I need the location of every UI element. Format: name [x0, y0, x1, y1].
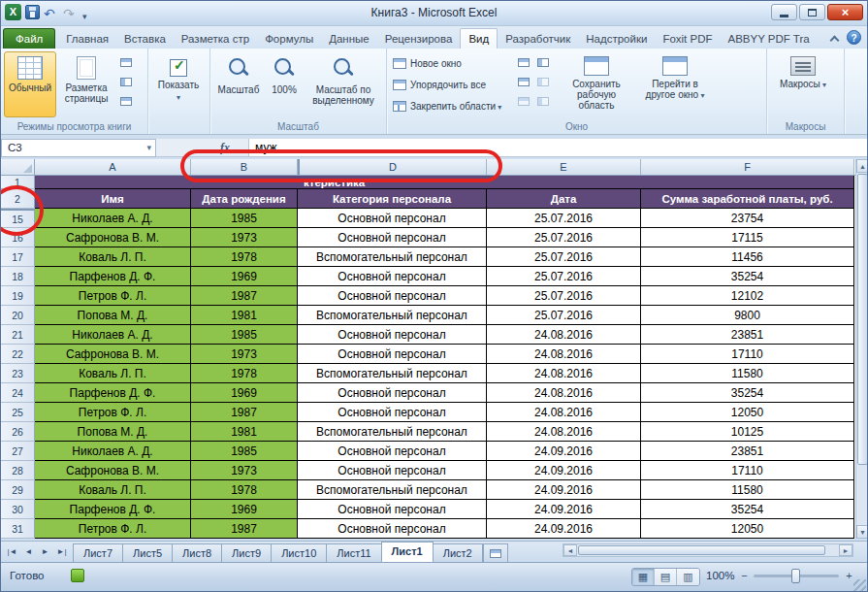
cell-B19[interactable]: 1987 — [191, 286, 298, 306]
hide-window-button[interactable] — [514, 73, 533, 91]
redo-icon[interactable] — [63, 5, 79, 20]
cell-B20[interactable]: 1981 — [191, 306, 298, 325]
cell-B26[interactable]: 1981 — [191, 422, 298, 442]
cell-E15[interactable]: 25.07.2016 — [487, 209, 641, 228]
horizontal-scroll-thumb[interactable] — [578, 545, 825, 555]
row-header-25[interactable]: 25 — [1, 403, 35, 422]
cell-A23[interactable]: Коваль Л. П. — [35, 364, 191, 383]
cell-A19[interactable]: Петров Ф. Л. — [35, 286, 191, 306]
cell-A15[interactable]: Николаев А. Д. — [35, 209, 191, 228]
freeze-panes-button[interactable]: Закрепить области — [390, 96, 514, 116]
cell-E21[interactable]: 24.08.2016 — [487, 325, 641, 345]
cell-D24[interactable]: Основной персонал — [298, 383, 487, 403]
cell-B21[interactable]: 1985 — [191, 325, 298, 345]
cell-D26[interactable]: Вспомогательный персонал — [298, 422, 487, 442]
header-cell-E[interactable]: Дата — [487, 189, 641, 209]
cell-B15[interactable]: 1985 — [191, 209, 298, 228]
cell-B23[interactable]: 1978 — [191, 364, 298, 383]
cell-D25[interactable]: Основной персонал — [298, 403, 487, 422]
scroll-right-icon[interactable] — [839, 544, 852, 556]
page-break-shortcut-button[interactable] — [677, 569, 699, 585]
cell-A22[interactable]: Сафронова В. М. — [35, 345, 191, 364]
cell-D20[interactable]: Вспомогательный персонал — [298, 306, 487, 325]
row-header-28[interactable]: 28 — [1, 461, 35, 480]
minimize-ribbon-icon[interactable] — [827, 31, 841, 45]
vertical-scroll-thumb[interactable] — [857, 174, 868, 465]
cell-E25[interactable]: 24.08.2016 — [487, 403, 641, 422]
cell-D19[interactable]: Основной персонал — [298, 286, 487, 306]
cell-D23[interactable]: Вспомогательный персонал — [298, 364, 487, 383]
unhide-window-button[interactable] — [514, 92, 533, 111]
split-button[interactable] — [514, 53, 533, 72]
cell-A17[interactable]: Коваль Л. П. — [35, 247, 191, 267]
page-break-preview-button[interactable] — [116, 53, 136, 72]
cell-F16[interactable]: 17115 — [641, 228, 854, 247]
row-header-31[interactable]: 31 — [1, 519, 35, 539]
cell-A25[interactable]: Петров Ф. Л. — [35, 403, 191, 422]
help-icon[interactable] — [847, 30, 861, 45]
cell-A27[interactable]: Николаев А. Д. — [35, 442, 191, 461]
cell-E18[interactable]: 25.07.2016 — [487, 267, 641, 286]
column-header-A[interactable]: A — [35, 159, 191, 175]
switch-windows-button[interactable]: Перейти в другое окно — [634, 51, 716, 117]
cell-E24[interactable]: 24.08.2016 — [487, 383, 641, 403]
previous-sheet-icon[interactable] — [21, 544, 36, 559]
cell-A24[interactable]: Парфенов Д. Ф. — [35, 383, 191, 403]
cell-F26[interactable]: 10125 — [641, 422, 854, 442]
cell-F22[interactable]: 17110 — [641, 345, 854, 364]
cell-E26[interactable]: 24.08.2016 — [487, 422, 641, 442]
ribbon-tab-Файл[interactable]: Файл — [3, 28, 55, 49]
cell-F29[interactable]: 11580 — [641, 480, 854, 500]
cell-D28[interactable]: Основной персонал — [298, 461, 487, 480]
cell-A16[interactable]: Сафронова В. М. — [35, 228, 191, 247]
cell-F25[interactable]: 12050 — [641, 403, 854, 422]
close-button[interactable] — [827, 4, 863, 20]
cell-E17[interactable]: 25.07.2016 — [487, 247, 641, 267]
cell-B17[interactable]: 1978 — [191, 247, 298, 267]
last-sheet-icon[interactable] — [54, 544, 69, 559]
scroll-down-icon[interactable] — [856, 525, 868, 539]
customize-qat-dropdown-icon[interactable] — [82, 6, 92, 19]
column-header-E[interactable]: E — [487, 159, 641, 175]
cell-F21[interactable]: 23851 — [641, 325, 854, 345]
header-cell-A[interactable]: Имя — [35, 189, 191, 209]
cell-A28[interactable]: Сафронова В. М. — [35, 461, 191, 480]
cell-B30[interactable]: 1969 — [191, 500, 298, 519]
cell-F19[interactable]: 12102 — [641, 286, 854, 306]
cell-F24[interactable]: 35254 — [641, 383, 854, 403]
zoom-out-button[interactable] — [738, 570, 751, 582]
cell-F17[interactable]: 11456 — [641, 247, 854, 267]
cell-E27[interactable]: 24.09.2016 — [487, 442, 641, 461]
cell-B22[interactable]: 1973 — [191, 345, 298, 364]
cell-D29[interactable]: Вспомогательный персонал — [298, 480, 487, 500]
cell-D22[interactable]: Основной персонал — [298, 345, 487, 364]
sheet-tab-Лист2[interactable]: Лист2 — [433, 543, 483, 562]
cell-F28[interactable]: 17110 — [641, 461, 854, 480]
row-header-21[interactable]: 21 — [1, 325, 35, 345]
row-header-24[interactable]: 24 — [1, 383, 35, 403]
cell-F20[interactable]: 9800 — [641, 306, 854, 325]
ribbon-tab-Надстройки[interactable]: Надстройки — [578, 29, 655, 49]
insert-worksheet-button[interactable] — [483, 543, 508, 562]
ribbon-tab-Главная[interactable]: Главная — [58, 29, 116, 49]
cell-A26[interactable]: Попова М. Д. — [35, 422, 191, 442]
cell-D30[interactable]: Основной персонал — [298, 500, 487, 519]
cell-F27[interactable]: 23851 — [641, 442, 854, 461]
cell-B16[interactable]: 1973 — [191, 228, 298, 247]
synchronous-scrolling-button[interactable] — [533, 73, 553, 91]
ribbon-tab-Данные[interactable]: Данные — [321, 29, 377, 49]
sheet-tab-Лист7[interactable]: Лист7 — [73, 543, 123, 562]
resize-grip[interactable] — [853, 579, 866, 592]
ribbon-tab-Разметка стр[interactable]: Разметка стр — [174, 29, 257, 49]
cell-A29[interactable]: Коваль Л. П. — [35, 480, 191, 500]
cell-E29[interactable]: 24.09.2016 — [487, 480, 641, 500]
cell-B29[interactable]: 1978 — [191, 480, 298, 500]
scroll-left-icon[interactable] — [563, 544, 577, 556]
save-workspace-button[interactable]: Сохранить рабочую область — [559, 51, 634, 117]
page-layout-button[interactable]: Разметка страницы — [56, 51, 116, 117]
first-sheet-icon[interactable] — [5, 544, 19, 559]
normal-view-shortcut-button[interactable] — [632, 569, 655, 585]
ribbon-tab-Foxit PDF[interactable]: Foxit PDF — [655, 29, 720, 49]
ribbon-tab-Формулы[interactable]: Формулы — [257, 29, 321, 49]
zoom-to-selection-button[interactable]: Масштаб по выделенному — [305, 51, 382, 117]
